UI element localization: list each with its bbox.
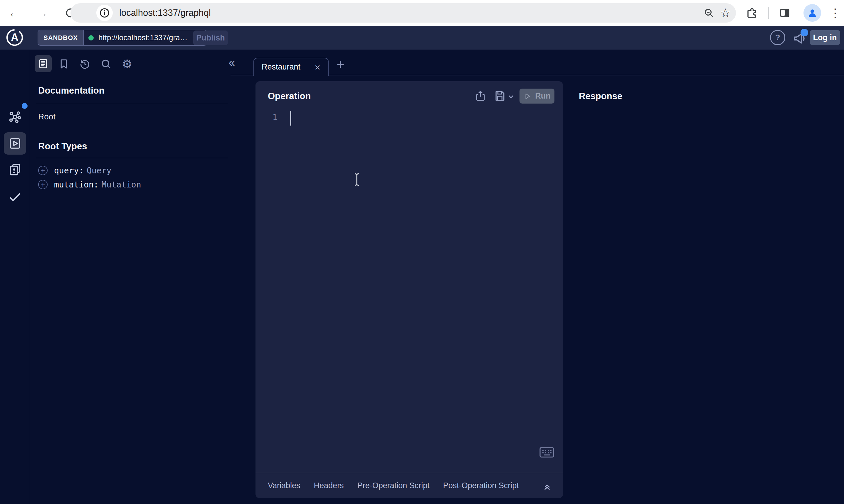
tab-title: Restaurant — [262, 62, 300, 72]
field-name: query: — [54, 166, 84, 176]
browser-toolbar: ← → localhost:1337/graphql ☆ ⋮ — [0, 0, 844, 26]
root-field-query[interactable]: + query:Query — [38, 164, 111, 177]
run-play-icon — [523, 92, 532, 100]
line-number: 1 — [273, 113, 277, 122]
saved-operations-bookmark-icon[interactable] — [57, 58, 70, 70]
browser-menu-icon[interactable]: ⋮ — [828, 5, 843, 20]
drawer-tab-post-operation-script[interactable]: Post-Operation Script — [443, 481, 519, 490]
browser-forward-icon[interactable]: → — [35, 5, 50, 20]
apollo-logo-icon[interactable]: A — [6, 29, 23, 46]
root-field-mutation[interactable]: + mutation:Mutation — [38, 178, 141, 191]
endpoint-url[interactable]: http://localhost:1337/gra… — [98, 33, 188, 42]
documentation-panel: ⚙ Documentation Root Root Types + query:… — [30, 50, 230, 504]
announcements-icon[interactable] — [791, 30, 808, 46]
drawer-tab-pre-operation-script[interactable]: Pre-Operation Script — [357, 481, 430, 490]
editor-caret — [290, 111, 291, 126]
connection-status-dot — [88, 35, 94, 40]
zoom-out-icon[interactable] — [701, 5, 717, 20]
help-icon[interactable]: ? — [770, 30, 785, 45]
response-title: Response — [579, 91, 622, 102]
address-bar[interactable]: localhost:1337/graphql ☆ — [70, 3, 736, 23]
run-button[interactable]: Run — [519, 89, 554, 104]
drawer-tab-variables[interactable]: Variables — [268, 481, 300, 490]
left-rail: » — [0, 50, 30, 504]
schema-graph-icon[interactable] — [7, 109, 22, 124]
publish-button[interactable]: Publish — [193, 31, 228, 45]
drawer-expand-icon[interactable] — [541, 480, 553, 492]
toolbar-divider — [768, 7, 769, 19]
checks-icon[interactable] — [7, 189, 22, 204]
apollo-logo-letter: A — [11, 31, 18, 43]
share-icon[interactable] — [474, 89, 487, 102]
drawer-tab-headers[interactable]: Headers — [314, 481, 344, 490]
save-icon[interactable] — [493, 89, 506, 102]
side-panel-icon[interactable] — [777, 5, 792, 20]
bookmark-star-icon[interactable]: ☆ — [718, 5, 733, 20]
docs-root-link[interactable]: Root — [38, 112, 55, 122]
close-tab-icon[interactable]: × — [314, 62, 321, 72]
collapse-docs-icon[interactable]: « — [228, 57, 235, 68]
login-button[interactable]: Log in — [810, 30, 840, 45]
operation-drawer: Variables Headers Pre-Operation Script P… — [256, 473, 563, 498]
schema-notification-dot — [22, 103, 28, 109]
docs-tab-icon[interactable] — [35, 55, 52, 72]
field-type-link[interactable]: Mutation — [102, 180, 141, 190]
root-types-title: Root Types — [38, 141, 87, 152]
tab-restaurant[interactable]: Restaurant × — [254, 58, 329, 76]
search-icon[interactable] — [100, 58, 112, 70]
new-tab-icon[interactable]: + — [337, 57, 344, 71]
history-icon[interactable] — [79, 58, 91, 70]
docs-divider — [36, 103, 228, 103]
add-mutation-icon[interactable]: + — [38, 180, 48, 189]
keyboard-shortcuts-icon[interactable] — [539, 447, 554, 458]
address-url[interactable]: localhost:1337/graphql — [119, 3, 211, 23]
operation-panel: Operation Run 1 — [256, 81, 563, 498]
add-query-icon[interactable]: + — [38, 166, 48, 175]
browser-back-icon[interactable]: ← — [6, 5, 22, 20]
docs-title: Documentation — [38, 85, 105, 96]
changelog-icon[interactable] — [7, 162, 22, 177]
run-label: Run — [535, 92, 550, 101]
extensions-icon[interactable] — [744, 5, 759, 20]
save-menu-chevron-icon[interactable] — [507, 92, 515, 101]
apollo-header: A SANDBOX http://localhost:1337/gra… ⚙ P… — [0, 26, 844, 50]
profile-avatar[interactable] — [804, 4, 821, 22]
rail-item-explorer[interactable] — [4, 132, 26, 155]
text-cursor-pointer — [352, 173, 361, 186]
operation-editor[interactable] — [256, 108, 563, 504]
operation-title: Operation — [268, 91, 311, 102]
docs-divider — [36, 158, 228, 158]
notification-dot — [800, 29, 808, 36]
field-name: mutation: — [54, 180, 99, 190]
field-type-link[interactable]: Query — [87, 166, 111, 176]
endpoint-picker[interactable]: SANDBOX http://localhost:1337/gra… ⚙ — [38, 30, 207, 46]
site-info-icon[interactable] — [96, 5, 113, 21]
apollo-sandbox-app: ← → localhost:1337/graphql ☆ ⋮ — [0, 0, 844, 504]
sandbox-badge: SANDBOX — [38, 30, 84, 45]
explorer-settings-gear-icon[interactable]: ⚙ — [121, 58, 133, 70]
